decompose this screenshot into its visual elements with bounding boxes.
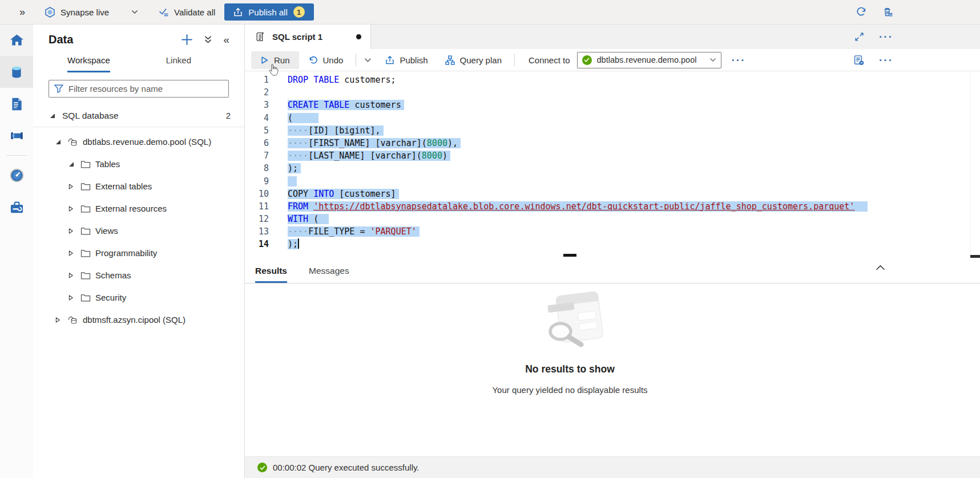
publish-button[interactable]: Publish <box>378 51 434 69</box>
publish-all-label: Publish all <box>248 7 287 17</box>
nav-develop[interactable] <box>0 88 33 120</box>
collapse-results-icon[interactable] <box>876 265 885 270</box>
tab-results[interactable]: Results <box>255 266 287 283</box>
environment-label: Synapse live <box>61 7 109 17</box>
tree-item-label: Views <box>95 226 118 236</box>
collapsed-arrow-icon[interactable] <box>67 205 75 212</box>
tree-item-sql-database[interactable]: SQL database2 <box>33 106 244 125</box>
splitter-drag-handle[interactable] <box>563 254 576 257</box>
toolbar-more-actions[interactable]: ··· <box>732 55 746 66</box>
code-line-9[interactable]: 9 <box>245 175 980 188</box>
line-number: 5 <box>245 124 269 137</box>
code-line-7[interactable]: 7····[LAST_NAME] [varchar](8000) <box>245 149 980 162</box>
undo-button[interactable]: Undo <box>301 51 350 69</box>
expanded-arrow-icon[interactable] <box>67 162 75 167</box>
environment-selector[interactable]: Synapse live <box>45 7 138 18</box>
folder-icon <box>80 160 91 169</box>
code-line-13[interactable]: 13····FILE_TYPE = 'PARQUET' <box>245 225 980 238</box>
add-resource-button[interactable] <box>181 34 193 46</box>
collapsed-arrow-icon[interactable] <box>67 272 75 279</box>
tree-item-external-resources[interactable]: External resources <box>33 197 244 220</box>
tree-item-label: External tables <box>95 181 152 191</box>
tree-item-programmability[interactable]: Programmability <box>33 242 244 264</box>
refresh-icon[interactable] <box>856 7 867 18</box>
expanded-arrow-icon[interactable] <box>54 140 62 144</box>
code-line-3[interactable]: 3CREATE TABLE customers <box>245 99 980 111</box>
script-toolbar: Run Undo Publish Query plan Connect to <box>245 49 980 71</box>
expanded-arrow-icon[interactable] <box>48 114 57 118</box>
nav-monitor[interactable] <box>0 159 33 191</box>
code-line-4[interactable]: 4( <box>245 112 980 124</box>
collapse-all-icon[interactable] <box>204 35 212 44</box>
validate-all-button[interactable]: Validate all <box>159 7 215 17</box>
collapse-panel-icon[interactable]: « <box>223 34 229 45</box>
folder-icon <box>80 249 91 258</box>
tab-linked[interactable]: Linked <box>166 55 191 72</box>
code-editor[interactable]: 1DROP TABLE customers;23CREATE TABLE cus… <box>245 71 980 252</box>
query-plan-button[interactable]: Query plan <box>438 51 509 69</box>
tree-item-dbtlabs-revenue-demo-pool-sql[interactable]: dbtlabs.revenue.demo.pool (SQL) <box>33 131 244 153</box>
editor-more-actions[interactable]: ··· <box>879 55 893 66</box>
tree-item-tables[interactable]: Tables <box>33 153 244 175</box>
publish-label: Publish <box>400 55 428 65</box>
nav-home[interactable] <box>0 24 33 56</box>
code-line-8[interactable]: 8); <box>245 162 980 175</box>
tree-item-count: 2 <box>226 111 231 120</box>
code-line-1[interactable]: 1DROP TABLE customers; <box>245 74 980 86</box>
code-line-2[interactable]: 2 <box>245 86 980 99</box>
tree-item-views[interactable]: Views <box>33 220 244 242</box>
top-command-bar: » Synapse live Validate all Publish all … <box>0 0 980 25</box>
collapsed-arrow-icon[interactable] <box>67 294 75 301</box>
properties-icon[interactable] <box>853 55 864 66</box>
filter-resources-input[interactable] <box>49 80 229 98</box>
tab-title: SQL script 1 <box>272 32 322 42</box>
empty-results-title: No results to show <box>525 363 615 375</box>
results-panel: No results to show Your query yielded no… <box>245 283 980 456</box>
tab-workspace[interactable]: Workspace <box>67 55 110 72</box>
toolbox-icon <box>9 200 25 214</box>
expand-panel-icon[interactable]: » <box>19 6 25 18</box>
tree-item-dbtmsft-azsyn-cipool-sql[interactable]: dbtmsft.azsyn.cipool (SQL) <box>33 309 244 331</box>
collapsed-arrow-icon[interactable] <box>67 228 75 234</box>
code-line-14[interactable]: 14); <box>245 238 980 250</box>
collapsed-arrow-icon[interactable] <box>67 183 75 190</box>
code-line-11[interactable]: 11FROM 'https://dbtlabsynapsedatalake.bl… <box>245 200 980 213</box>
code-line-10[interactable]: 10COPY INTO [customers] <box>245 188 980 200</box>
tree-item-label: Schemas <box>95 270 131 280</box>
line-number: 4 <box>245 112 269 124</box>
connect-to-pool-dropdown[interactable]: dbtlabs.revenue.demo.pool <box>577 52 721 68</box>
tree-item-schemas[interactable]: Schemas <box>33 264 244 286</box>
collapsed-arrow-icon[interactable] <box>67 250 75 257</box>
data-explorer-panel: Data « Workspace Linked SQL database2dbt… <box>33 24 245 478</box>
publish-all-button[interactable]: Publish all 1 <box>224 3 313 21</box>
code-line-12[interactable]: 12WITH ( <box>245 213 980 225</box>
tree-item-security[interactable]: Security <box>33 286 244 309</box>
tab-messages[interactable]: Messages <box>309 266 349 283</box>
line-number: 8 <box>245 162 269 175</box>
undo-redo-dropdown-icon[interactable] <box>362 54 374 66</box>
code-lines: 1DROP TABLE customers;23CREATE TABLE cus… <box>245 71 980 251</box>
filter-icon <box>54 84 63 93</box>
code-line-5[interactable]: 5····[ID] [bigint], <box>245 124 980 137</box>
tree-item-label: dbtmsft.azsyn.cipool (SQL) <box>83 315 185 325</box>
tree-item-label: dbtlabs.revenue.demo.pool (SQL) <box>83 137 211 147</box>
tab-sql-script-1[interactable]: SQL script 1 <box>245 24 371 49</box>
collapsed-arrow-icon[interactable] <box>54 317 62 323</box>
nav-manage[interactable] <box>0 191 33 223</box>
selected-pool-name: dbtlabs.revenue.demo.pool <box>597 55 704 64</box>
folder-icon <box>80 271 91 280</box>
query-status-bar: 00:00:02 Query executed successfully. <box>245 456 980 478</box>
discard-trash-icon[interactable] <box>883 7 893 18</box>
run-button[interactable]: Run <box>251 51 299 69</box>
undo-icon <box>308 55 318 64</box>
nav-data[interactable] <box>0 56 33 88</box>
code-line-6[interactable]: 6····[FIRST_NAME] [varchar](8000), <box>245 137 980 149</box>
tree-item-external-tables[interactable]: External tables <box>33 175 244 197</box>
nav-integrate[interactable] <box>0 120 33 152</box>
document-tab-bar: SQL script 1 ··· <box>245 24 980 50</box>
success-check-icon <box>257 463 267 472</box>
publish-icon <box>233 7 243 17</box>
tab-more-actions[interactable]: ··· <box>879 31 893 42</box>
query-plan-label: Query plan <box>460 55 502 65</box>
expand-editor-icon[interactable] <box>854 32 864 42</box>
